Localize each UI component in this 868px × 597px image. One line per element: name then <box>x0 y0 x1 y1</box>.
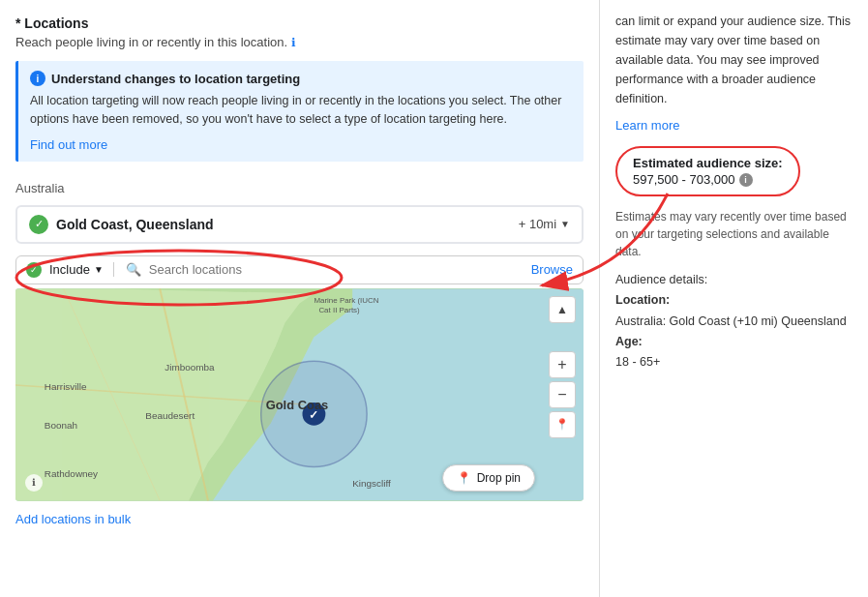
location-name: Gold Coast, Queensland <box>56 217 511 232</box>
map-chevron-up-button[interactable]: ▲ <box>549 296 576 323</box>
svg-text:Cat II Parts): Cat II Parts) <box>318 306 360 314</box>
age-label: Age: <box>615 332 853 352</box>
svg-text:Rathdowney: Rathdowney <box>45 467 98 478</box>
audience-size-value: 597,500 - 703,000 i <box>633 172 783 187</box>
left-panel: * Locations Reach people living in or re… <box>0 0 600 597</box>
svg-text:Kingscliff: Kingscliff <box>352 477 391 488</box>
radius-chevron-icon: ▼ <box>560 219 570 229</box>
audience-size-label: Estimated audience size: <box>633 156 783 170</box>
subtitle-info-icon: ℹ <box>291 36 296 49</box>
search-icon: 🔍 <box>126 262 141 277</box>
drop-pin-button[interactable]: 📍 Drop pin <box>442 464 535 492</box>
banner-icon: i <box>30 71 45 86</box>
search-input[interactable] <box>149 262 524 277</box>
location-radius[interactable]: + 10mi ▼ <box>519 217 570 231</box>
map-zoom-out-button[interactable]: − <box>549 381 576 408</box>
map-zoom-in-button[interactable]: + <box>549 351 576 378</box>
right-panel: can limit or expand your audience size. … <box>600 0 868 597</box>
map-info-icon: ℹ <box>25 474 43 492</box>
map-container: ✓ Gold Coas Harrisville Jimboomba Boonah… <box>15 288 584 501</box>
svg-text:Boonah: Boonah <box>45 419 77 430</box>
include-chevron-icon: ▼ <box>94 264 104 275</box>
location-check-icon: ✓ <box>29 215 48 234</box>
add-locations-link[interactable]: Add locations in bulk <box>15 512 131 526</box>
learn-more-link[interactable]: Learn more <box>615 118 853 133</box>
banner-title: i Understand changes to location targeti… <box>30 71 572 86</box>
age-value: 18 - 65+ <box>615 352 853 373</box>
include-button[interactable]: Include ▼ <box>49 262 114 277</box>
svg-text:Gold Coas: Gold Coas <box>266 397 329 411</box>
location-value: Australia: Gold Coast (+10 mi) Queenslan… <box>615 312 853 332</box>
search-bar: ✓ Include ▼ 🔍 Browse <box>15 255 584 284</box>
details-label: Audience details: <box>615 270 853 290</box>
svg-text:Beaudesert: Beaudesert <box>145 409 195 420</box>
estimate-note: Estimates may vary recently over time ba… <box>615 208 853 260</box>
banner-text: All location targeting will now reach pe… <box>30 92 572 129</box>
location-row: ✓ Gold Coast, Queensland + 10mi ▼ <box>15 205 584 244</box>
browse-button[interactable]: Browse <box>531 262 573 277</box>
pin-icon: 📍 <box>457 471 471 485</box>
right-description: can limit or expand your audience size. … <box>615 12 853 108</box>
include-check-icon: ✓ <box>26 262 42 278</box>
svg-text:Harrisville: Harrisville <box>45 381 87 392</box>
australia-label: Australia <box>15 177 584 199</box>
audience-info-icon: i <box>739 173 753 187</box>
section-subtitle: Reach people living in or recently in th… <box>15 35 584 49</box>
svg-text:Marine Park (IUCN: Marine Park (IUCN <box>314 296 378 305</box>
find-out-more-link[interactable]: Find out more <box>30 137 107 152</box>
audience-details: Audience details: Location: Australia: G… <box>615 270 853 373</box>
info-banner: i Understand changes to location targeti… <box>15 61 584 162</box>
section-title: * Locations <box>15 15 584 31</box>
map-location-button[interactable]: 📍 <box>549 411 576 438</box>
svg-text:Jimboomba: Jimboomba <box>165 362 215 373</box>
location-label: Location: <box>615 290 853 311</box>
